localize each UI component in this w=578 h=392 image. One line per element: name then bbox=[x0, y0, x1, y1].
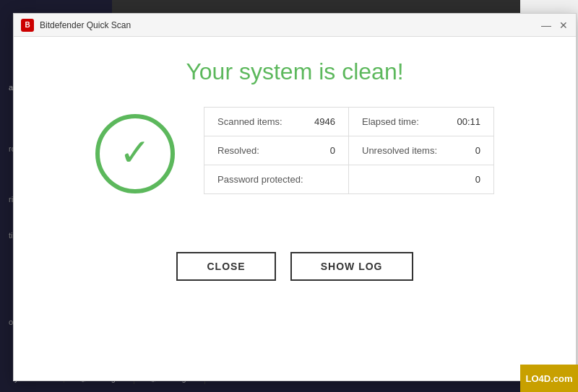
content-area: ✓ Scanned items: 4946 Elapsed time: 00:1… bbox=[43, 107, 547, 194]
scanned-items-cell: Scanned items: 4946 bbox=[204, 108, 349, 136]
checkmark-icon: ✓ bbox=[119, 134, 151, 171]
headline: Your system is clean! bbox=[186, 58, 403, 85]
stats-grid: Scanned items: 4946 Elapsed time: 00:11 … bbox=[204, 107, 494, 194]
close-button[interactable]: CLOSE bbox=[176, 252, 275, 281]
title-bar-left: B Bitdefender Quick Scan bbox=[21, 19, 131, 32]
success-indicator: ✓ bbox=[95, 114, 175, 193]
password-protected-label: Password protected: bbox=[217, 174, 303, 185]
dialog-window: B Bitdefender Quick Scan — ✕ Your system… bbox=[13, 13, 577, 381]
minimize-button[interactable]: — bbox=[541, 20, 551, 30]
password-protected-value-cell: 0 bbox=[349, 165, 493, 193]
scanned-items-label: Scanned items: bbox=[217, 116, 282, 127]
buttons-area: CLOSE SHOW LOG bbox=[176, 252, 413, 281]
elapsed-time-cell: Elapsed time: 00:11 bbox=[349, 108, 493, 136]
title-bar: B Bitdefender Quick Scan — ✕ bbox=[14, 14, 576, 37]
elapsed-time-value: 00:11 bbox=[457, 116, 480, 127]
dialog-body: Your system is clean! ✓ Scanned items: 4… bbox=[14, 37, 576, 302]
elapsed-time-label: Elapsed time: bbox=[362, 116, 419, 127]
show-log-button[interactable]: SHOW LOG bbox=[290, 252, 413, 281]
password-protected-cell: Password protected: bbox=[204, 165, 349, 193]
unresolved-label: Unresolved items: bbox=[362, 145, 437, 156]
dialog-title: Bitdefender Quick Scan bbox=[40, 20, 131, 30]
watermark-text: LO4D.com bbox=[525, 373, 572, 384]
resolved-value: 0 bbox=[330, 145, 335, 156]
password-protected-value: 0 bbox=[475, 174, 480, 185]
unresolved-value: 0 bbox=[475, 145, 480, 156]
resolved-cell: Resolved: 0 bbox=[204, 136, 349, 165]
title-bar-controls: — ✕ bbox=[541, 20, 569, 30]
close-window-button[interactable]: ✕ bbox=[558, 20, 569, 30]
bitdefender-logo: B bbox=[21, 19, 34, 32]
unresolved-cell: Unresolved items: 0 bbox=[349, 136, 493, 165]
watermark: LO4D.com bbox=[520, 365, 578, 392]
resolved-label: Resolved: bbox=[217, 145, 259, 156]
scanned-items-value: 4946 bbox=[314, 116, 335, 127]
